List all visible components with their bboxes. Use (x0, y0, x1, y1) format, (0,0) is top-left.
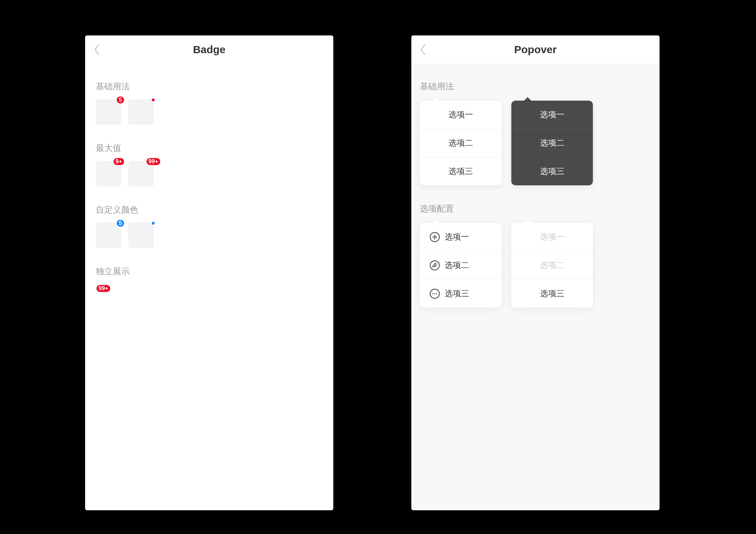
badge-box: 9+ (96, 161, 121, 186)
badge-box: 5 (96, 99, 121, 125)
popover-item-disabled: 选项一 (511, 223, 593, 251)
badge-count: 5 (116, 96, 125, 104)
svg-point-2 (436, 293, 437, 294)
popover-dark: 选项一 选项二 选项三 (511, 101, 593, 185)
music-icon (430, 260, 440, 270)
section-title-config: 选项配置 (420, 203, 651, 214)
popover-item[interactable]: 选项一 (420, 223, 501, 251)
badge-count: 99+ (146, 157, 161, 166)
popover-item[interactable]: 选项一 (511, 101, 593, 129)
page-title: Popover (411, 44, 660, 56)
popover-item[interactable]: 选项三 (420, 157, 501, 185)
badge-count-custom-color: 5 (116, 219, 125, 227)
badge-box: 5 (96, 223, 121, 248)
section-title-color: 自定义颜色 (96, 204, 323, 215)
section-title-standalone: 独立展示 (96, 266, 323, 277)
page-title: Badge (85, 44, 333, 56)
popover-with-icons: 选项一 选项二 选项三 (420, 223, 501, 308)
section-title-max: 最大值 (96, 142, 323, 154)
popover-light: 选项一 选项二 选项三 (420, 101, 501, 185)
popover-item[interactable]: 选项二 (420, 251, 501, 279)
svg-point-0 (433, 293, 434, 294)
badge-body: 基础用法 5 最大值 9+ 99+ 自定义颜色 5 (85, 64, 333, 510)
svg-point-1 (434, 293, 435, 294)
nav-bar: Popover (411, 35, 660, 64)
popover-item[interactable]: 选项二 (511, 129, 593, 157)
popover-item-label: 选项一 (445, 231, 469, 242)
badge-standalone: 99+ (96, 284, 111, 293)
popover-item-disabled: 选项二 (511, 251, 593, 279)
popover-item-label: 选项二 (445, 260, 469, 271)
popover-item[interactable]: 选项三 (420, 279, 501, 308)
badge-dot-custom-color (151, 221, 155, 225)
popover-with-disabled: 选项一 选项二 选项三 (511, 223, 593, 308)
badge-row-standalone: 99+ (96, 284, 323, 293)
badge-row-basic: 5 (96, 99, 323, 125)
badge-box (128, 223, 154, 248)
badge-box: 99+ (128, 161, 154, 186)
badge-row-max: 9+ 99+ (96, 161, 323, 186)
badge-dot (151, 98, 155, 102)
more-icon (430, 289, 440, 299)
plus-icon (430, 232, 440, 242)
nav-bar: Badge (85, 35, 333, 64)
badge-demo-screen: Badge 基础用法 5 最大值 9+ 99+ 自定义颜色 5 (85, 35, 333, 510)
badge-box (128, 99, 154, 125)
popover-item[interactable]: 选项一 (420, 101, 501, 129)
popover-demo-screen: Popover 基础用法 选项一 选项二 选项三 选项一 选项二 选项三 选项配… (411, 35, 660, 510)
popover-item[interactable]: 选项三 (511, 279, 593, 308)
popover-item-label: 选项三 (445, 288, 469, 299)
popover-row-config: 选项一 选项二 选项三 选项一 选项二 选项三 (420, 223, 651, 308)
section-title-basic: 基础用法 (420, 81, 651, 92)
badge-count: 9+ (113, 157, 125, 166)
badge-row-color: 5 (96, 223, 323, 248)
popover-row-basic: 选项一 选项二 选项三 选项一 选项二 选项三 (420, 101, 651, 185)
popover-item[interactable]: 选项二 (420, 129, 501, 157)
popover-body: 基础用法 选项一 选项二 选项三 选项一 选项二 选项三 选项配置 选项一 (411, 64, 660, 510)
popover-item[interactable]: 选项三 (511, 157, 593, 185)
section-title-basic: 基础用法 (96, 81, 323, 92)
